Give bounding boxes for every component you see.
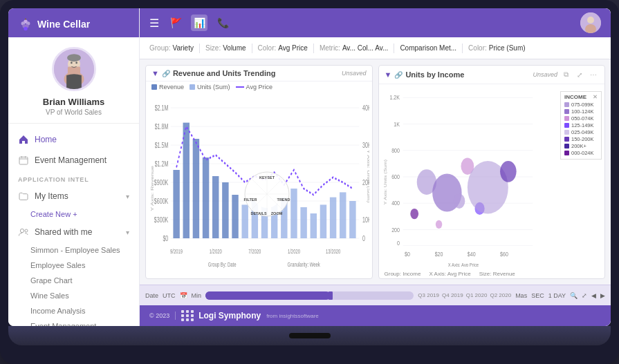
svg-rect-62 <box>330 198 336 238</box>
nav-item-my-items[interactable]: My Items ▾ <box>8 186 139 207</box>
top-bar-icons: 🚩 📊 📞 <box>167 15 572 31</box>
dot5 <box>186 314 189 317</box>
svg-rect-46 <box>173 170 179 238</box>
shared-chevron[interactable]: ▾ <box>126 229 129 236</box>
svg-text:DETAILS: DETAILS <box>251 211 267 215</box>
chart-expand-btn[interactable]: ⤢ <box>574 69 585 80</box>
sub-item-label: Income Analysis <box>30 307 85 315</box>
revenue-chart-legend: Revenue Units (Sum) Avg Price <box>146 82 372 93</box>
calendar-icon[interactable]: 📅 <box>180 292 187 299</box>
filter-group-color2: Color: Price (Sum) <box>468 44 525 52</box>
svg-point-19 <box>25 229 28 232</box>
top-bar: ☰ 🚩 📊 📞 <box>140 8 611 37</box>
svg-text:10K: 10K <box>362 215 369 224</box>
list-item[interactable]: Simmon - Employee Sales <box>8 242 139 258</box>
profile-name: Brian Williams <box>43 97 104 107</box>
date-label: Date <box>145 292 158 299</box>
event-icon <box>18 155 29 166</box>
list-item[interactable]: Grape Chart <box>8 273 139 288</box>
svg-text:200: 200 <box>391 227 400 233</box>
list-item[interactable]: Event Management <box>8 318 139 326</box>
svg-text:$900K: $900K <box>154 178 168 186</box>
svg-rect-61 <box>320 204 326 238</box>
home-label: Home <box>35 135 129 144</box>
income-row: 050-074K <box>564 115 598 122</box>
list-item[interactable]: Income Analysis <box>8 303 139 318</box>
legend-units: Units (Sum) <box>190 84 230 90</box>
svg-rect-48 <box>193 139 199 238</box>
main-content: ☰ 🚩 📊 📞 <box>140 8 611 326</box>
filter-bar: Group: Variety Size: Volume Color: Avg P… <box>140 37 611 59</box>
chart-filter-icon2[interactable]: ▼ <box>385 70 392 79</box>
svg-text:Y Axis: Units (Sum): Y Axis: Units (Sum) <box>382 160 387 205</box>
flag-icon[interactable]: 🚩 <box>167 15 184 31</box>
nav-item-home[interactable]: Home <box>8 129 139 150</box>
svg-text:1.2K: 1.2K <box>389 95 400 102</box>
income-chart-status: Unsaved <box>533 71 557 78</box>
create-new-button[interactable]: Create New + <box>8 207 139 222</box>
dot2 <box>186 310 189 313</box>
list-item[interactable]: Wine Sales <box>8 288 139 303</box>
expand-icon[interactable]: ⤢ <box>582 292 587 299</box>
income-row: 075-099K <box>564 102 598 108</box>
svg-rect-50 <box>212 176 219 238</box>
zoom-in-icon[interactable]: 🔍 <box>570 292 578 299</box>
timeline-handle-right[interactable] <box>329 291 333 300</box>
revenue-chart-body: $2.1M $1.8M $1.5M $1.2M $900K $600K $300… <box>146 93 372 278</box>
svg-text:$300K: $300K <box>154 215 168 224</box>
hamburger-icon[interactable]: ☰ <box>149 17 159 30</box>
sidebar-profile: Brian Williams VP of World Sales <box>8 37 139 124</box>
income-row: 150-200K <box>564 136 598 142</box>
svg-text:$0: $0 <box>405 251 410 258</box>
legend-revenue-label: Revenue <box>159 84 184 90</box>
list-item[interactable]: Employee Sales <box>8 258 139 273</box>
app-container: Wine Cellar <box>8 8 611 326</box>
prev-icon[interactable]: ◀ <box>591 292 596 299</box>
charts-area: ▼ 🔗 Revenue and Units Trending Unsaved R… <box>140 59 611 285</box>
dot6 <box>191 314 194 317</box>
avatar <box>52 47 96 91</box>
chart-copy-btn[interactable]: ⧉ <box>560 69 571 80</box>
income-xaxis-label: X Axis: Avg Price <box>429 271 470 277</box>
dot9 <box>191 318 194 321</box>
my-items-chevron[interactable]: ▾ <box>126 193 129 200</box>
income-legend-title: INCOME ✕ <box>564 94 598 100</box>
svg-text:$600K: $600K <box>154 197 168 205</box>
laptop-frame: Wine Cellar <box>0 0 619 364</box>
svg-text:400: 400 <box>391 200 400 207</box>
filter-group-metric: Metric: Av... Col... Av... <box>320 44 389 52</box>
next-icon[interactable]: ▶ <box>600 292 605 299</box>
metric-value: Av... Col... Av... <box>342 44 389 52</box>
revenue-dot <box>151 84 157 90</box>
app-name: Wine Cellar <box>37 19 90 30</box>
legend-revenue: Revenue <box>151 84 184 90</box>
phone-icon[interactable]: 📞 <box>214 15 231 31</box>
svg-point-109 <box>410 209 418 219</box>
shared-label: Shared with me <box>35 227 126 237</box>
svg-text:Y Axis: Units (Sum): Y Axis: Units (Sum) <box>367 149 369 203</box>
svg-text:13/2020: 13/2020 <box>326 247 340 255</box>
dot4 <box>181 314 184 317</box>
income-color-dot <box>564 116 569 121</box>
timeline-track[interactable] <box>205 291 414 300</box>
svg-text:$2.1M: $2.1M <box>155 104 169 112</box>
svg-text:1/2020: 1/2020 <box>288 247 300 255</box>
nav-item-shared[interactable]: Shared with me ▾ <box>8 222 139 242</box>
svg-rect-59 <box>300 207 306 238</box>
svg-text:1/2020: 1/2020 <box>210 247 222 255</box>
chart-menu-btn[interactable]: ⋯ <box>588 69 599 80</box>
dot7 <box>181 318 184 321</box>
chart-icon[interactable]: 📊 <box>191 15 207 31</box>
timeline-handle-left[interactable] <box>205 291 210 300</box>
svg-rect-47 <box>183 123 190 238</box>
nav-item-event-management[interactable]: Event Management <box>8 150 139 171</box>
q4-2019: Q4 2019 <box>442 292 463 298</box>
sidebar: Wine Cellar <box>8 8 140 326</box>
revenue-chart-header: ▼ 🔗 Revenue and Units Trending Unsaved <box>146 66 372 82</box>
q3-2019: Q3 2019 <box>418 292 439 298</box>
color2-label: Color: <box>468 44 487 52</box>
svg-text:800: 800 <box>391 147 400 154</box>
svg-rect-49 <box>203 157 209 238</box>
chart-filter-icon[interactable]: ▼ <box>151 69 159 77</box>
legend-close-btn[interactable]: ✕ <box>593 94 598 100</box>
